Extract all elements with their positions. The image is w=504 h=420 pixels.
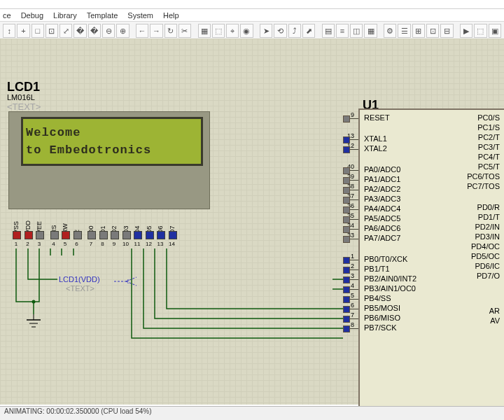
lcd-ref: LCD1 <box>7 80 41 93</box>
toolbar-button[interactable]: ↻ <box>164 24 177 38</box>
menu-ce[interactable]: ce <box>3 11 11 20</box>
toolbar-button[interactable]: ✂ <box>178 24 191 38</box>
toolbar-button[interactable]: ⊟ <box>440 24 453 38</box>
toolbar-button[interactable]: ◉ <box>240 24 253 38</box>
chip-pin-label: PA4/ADC4 <box>364 205 400 213</box>
toolbar-button[interactable]: ☰ <box>398 24 410 38</box>
menu-template[interactable]: Template <box>87 11 118 20</box>
lcd-pin-number: 5 <box>61 241 69 247</box>
lcd-text-placeholder: <TEXT> <box>7 102 41 112</box>
chip-pin-label: PC6/TOS <box>467 173 500 181</box>
net-label-sub: <TEXT> <box>66 284 94 293</box>
chip-pin-label: PA0/ADC0 <box>364 166 400 174</box>
menu-debug[interactable]: Debug <box>21 11 43 20</box>
chip-pin-label: PC5/T <box>478 163 500 171</box>
toolbar-button[interactable]: ⌖ <box>226 24 239 38</box>
toolbar-button[interactable]: ⊡ <box>46 24 58 38</box>
lcd-pin[interactable] <box>88 231 96 239</box>
chip-pin-label: PC3/T <box>478 144 500 151</box>
toolbar-button[interactable]: ↕ <box>3 24 15 38</box>
lcd-pin[interactable] <box>134 231 142 239</box>
lcd-pin[interactable] <box>24 231 33 239</box>
menu-library[interactable]: Library <box>53 11 77 20</box>
chip-pin-label: AV <box>490 317 500 325</box>
toolbar-button[interactable]: ▦ <box>198 24 211 38</box>
lcd-pin[interactable] <box>36 231 44 239</box>
lcd-pin-number: 9 <box>110 241 118 247</box>
toolbar-button[interactable]: ▶ <box>460 24 472 38</box>
chip-pin-label: PB5/MOSI <box>364 304 400 312</box>
menubar: ceDebugLibraryTemplateSystemHelp <box>0 9 504 21</box>
toolbar-button[interactable]: ▦ <box>364 24 377 38</box>
chip-pin-label: PD5/OC <box>471 253 500 260</box>
toolbar-button[interactable]: � <box>88 24 101 38</box>
status-text: ANIMATING: 00:00:02.350000 (CPU load 54%… <box>4 407 151 415</box>
chip-pin-label: RESET <box>364 114 390 122</box>
toolbar-button[interactable]: ⊡ <box>426 24 439 38</box>
toolbar-button[interactable]: ➤ <box>260 24 272 38</box>
chip-pin-label: PA3/ADC3 <box>364 195 400 203</box>
chip-pin-label: PC2/T <box>478 134 500 141</box>
lcd-pin[interactable] <box>99 231 108 239</box>
schematic-canvas[interactable]: LCD1 LM016L <TEXT> Welcome to Embedotron… <box>0 38 504 405</box>
lcd-pin[interactable] <box>146 231 154 239</box>
lcd-pin[interactable] <box>13 231 21 239</box>
chip-pin[interactable] <box>343 326 350 332</box>
chip-pin-label: PA7/ADC7 <box>364 234 400 242</box>
lcd-pin-number: 3 <box>35 241 43 247</box>
chip-pin-label: PB1/T1 <box>364 265 390 273</box>
lcd-pin[interactable] <box>62 231 70 239</box>
lcd-component[interactable]: LCD1 LM016L <TEXT> <box>7 80 41 112</box>
lcd-pin[interactable] <box>157 231 165 239</box>
menu-system[interactable]: System <box>127 11 153 20</box>
lcd-pin-number: 6 <box>73 241 81 247</box>
chip-pin-label: PD7/O <box>477 272 500 280</box>
lcd-pin[interactable] <box>111 231 119 239</box>
lcd-pin[interactable] <box>74 231 82 239</box>
toolbar-button[interactable]: ⊖ <box>102 24 115 38</box>
toolbar-button[interactable]: ⚙ <box>384 24 396 38</box>
chip-pin-label: PB6/MISO <box>364 314 400 322</box>
app-window: ceDebugLibraryTemplateSystemHelp ↕+□⊡⤢🔍⊖… <box>0 0 504 420</box>
toolbar-button[interactable]: ⤢ <box>59 24 72 38</box>
menu-help[interactable]: Help <box>163 11 179 20</box>
toolbar-button[interactable]: ▤ <box>322 24 335 38</box>
toolbar-button[interactable]: � <box>74 24 86 38</box>
toolbar-button[interactable]: + <box>17 24 29 38</box>
lcd-pin[interactable] <box>169 231 177 239</box>
lcd-pin-number: 12 <box>145 241 153 247</box>
chip-pin[interactable] <box>343 236 350 243</box>
toolbar-button[interactable]: ⬚ <box>474 24 486 38</box>
lcd-pin[interactable] <box>50 231 59 239</box>
net-label[interactable]: LCD1(VDD) <box>59 275 100 284</box>
toolbar-button[interactable]: ≡ <box>336 24 349 38</box>
chip-pin-label: PD0/R <box>477 204 500 211</box>
toolbar-button[interactable]: ⊕ <box>116 24 129 38</box>
toolbar-button[interactable]: ⬈ <box>302 24 315 38</box>
lcd-pin[interactable] <box>122 231 131 239</box>
toolbar-button[interactable]: ← <box>136 24 148 38</box>
toolbar: ↕+□⊡⤢🔍⊖⊕←→↻✂▦⬚⌖◉➤⟲⤴⬈▤≡◫▦⚙☰⊞⊡⊟▶⬚▣ <box>0 21 504 41</box>
chip-pin-label: AR <box>489 307 500 315</box>
toolbar-button[interactable]: ⬚ <box>212 24 225 38</box>
chip-pin-label: XTAL2 <box>364 145 387 153</box>
chip-pin-label: PA6/ADC6 <box>364 225 400 232</box>
toolbar-button[interactable]: ⟲ <box>274 24 286 38</box>
toolbar-button[interactable]: □ <box>31 24 44 38</box>
chip-pin[interactable] <box>343 115 350 122</box>
lcd-pin-number: 4 <box>50 241 58 247</box>
toolbar-button[interactable]: → <box>150 24 162 38</box>
toolbar-button[interactable]: ⤴ <box>288 24 301 38</box>
lcd-pin-number: 14 <box>168 241 176 247</box>
lcd-part: LM016L <box>7 93 41 102</box>
chip-pin-label: PB2/AIN0/INT2 <box>364 275 416 283</box>
chip-pin-label: PB3/AIN1/OC0 <box>364 285 416 293</box>
chip-pin[interactable] <box>343 146 350 153</box>
toolbar-button[interactable]: ▣ <box>489 24 501 38</box>
chip-pin-label: PC0/S <box>477 114 500 122</box>
toolbar-button[interactable]: ⊞ <box>412 24 425 38</box>
toolbar-button[interactable]: ◫ <box>350 24 363 38</box>
chip-pin-label: PC4/T <box>478 153 500 161</box>
lcd-pin-number: 11 <box>133 241 141 247</box>
chip-pin-label: PD6/IC <box>475 262 500 270</box>
